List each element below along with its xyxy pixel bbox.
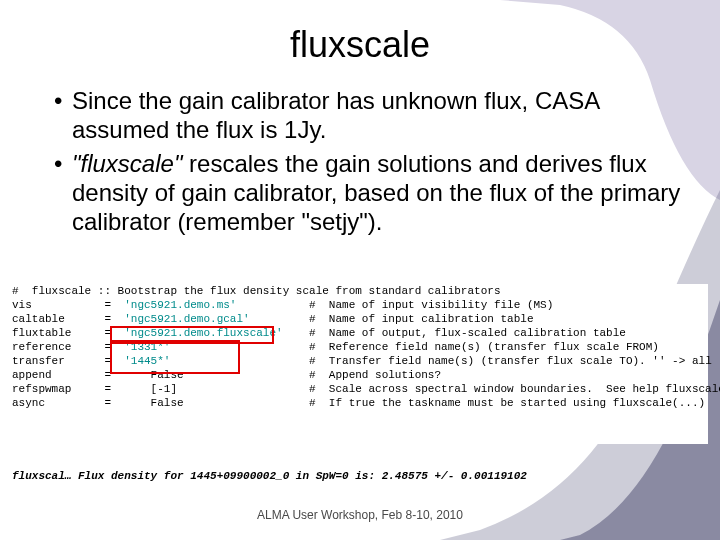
- slide-footer: ALMA User Workshop, Feb 8-10, 2010: [0, 508, 720, 522]
- code-block: # fluxscale :: Bootstrap the flux densit…: [12, 284, 708, 444]
- bullet-2: "fluxscale" rescales the gain solutions …: [54, 149, 684, 237]
- bullet-2-em: "fluxscale": [72, 150, 182, 177]
- slide-title: fluxscale: [0, 0, 720, 76]
- output-line: fluxscal… Flux density for 1445+09900002…: [12, 470, 708, 482]
- bullet-1: Since the gain calibrator has unknown fl…: [54, 86, 684, 145]
- bullet-list: Since the gain calibrator has unknown fl…: [0, 76, 720, 236]
- bullet-1-text: Since the gain calibrator has unknown fl…: [72, 87, 599, 143]
- highlight-box-ref-transfer: [110, 340, 240, 374]
